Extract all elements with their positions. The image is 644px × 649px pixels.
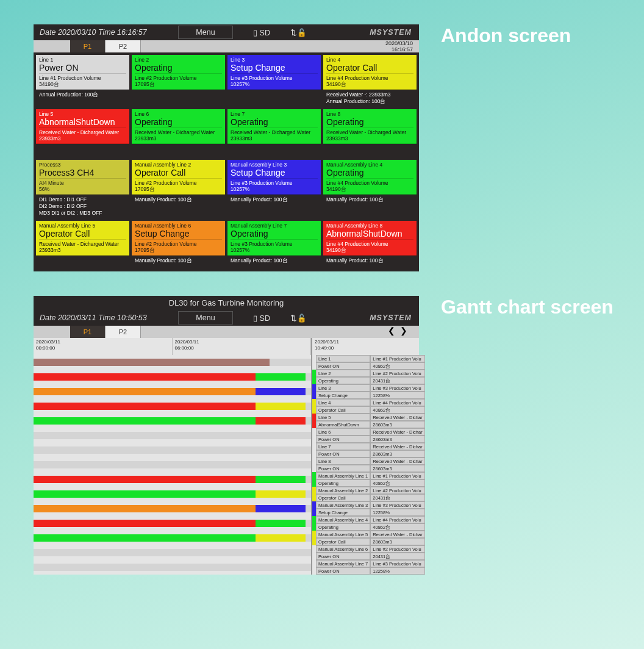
panel-state: Power ON [316,567,370,575]
gantt-panel-row: Line 3Setup ChangeLine #3 Production Vol… [312,384,425,399]
gantt-prev-button[interactable]: ❮ [388,326,395,335]
gantt-sd-icon[interactable]: ▯ SD [240,314,283,323]
cell-line: Manual Assembly Line 6 [135,223,222,229]
andon-cell[interactable]: Manual Assembly Line 7OperatingLine #3 P… [227,221,321,269]
cell-line: Line 8 [326,111,413,117]
andon-cell[interactable]: Line 6OperatingReceived Water - Dicharge… [132,109,225,157]
cell-metric-value: 17095台 [135,247,222,253]
cell-info [36,256,129,269]
andon-cell[interactable]: Manual Assembly Line 6Setup ChangeLine #… [132,221,225,269]
lock-icon[interactable]: ⇅🔓 [283,28,313,37]
cell-metric-label: Received Water - Dicharged Water [39,129,126,135]
panel-value: 40862台 [370,362,424,370]
gantt-panel-row: Line 2OperatingLine #2 Production Volu20… [312,370,425,384]
andon-cell[interactable]: Line 1Power ONLine #1 Production Volume3… [36,55,129,107]
cell-status: AbnormalShutDown [326,229,413,240]
andon-cell[interactable]: Line 2OperatingLine #2 Production Volume… [132,55,225,107]
cell-metric-label: Received Water - Dicharged Water [135,129,222,135]
andon-card: Manual Assembly Line 5Operator CallRecei… [36,221,129,256]
gantt-topbar: Date 2020/03/11 Time 10:50:53 Menu ▯ SD … [34,310,419,326]
gantt-panel-column: 2020/03/1110:49:00 Line 1Power ONLine #1… [311,338,425,575]
gantt-segment [34,359,270,366]
cell-status: Operating [231,117,318,128]
gantt-time-axis: 2020/03/1100:00:00 2020/03/1106:00:00 [34,338,311,355]
panel-value: 28603m3 [370,421,424,428]
gantt-segment [256,534,306,542]
gantt-segment [34,520,256,527]
gantt-tab-p2[interactable]: P2 [106,326,141,338]
sd-icon[interactable]: ▯ SD [240,28,283,37]
andon-cell[interactable]: Manual Assembly Line 4OperatingLine #4 P… [323,160,417,218]
panel-value: 12258% [370,392,424,399]
cell-status: Operating [326,168,413,179]
cell-metric-value: 10257% [231,81,318,87]
cell-line: Line 1 [39,57,126,63]
gantt-segment [34,490,256,498]
cell-line: Manual Assembly Line 2 [135,162,222,168]
andon-cell[interactable]: Manual Assembly Line 3Setup ChangeLine #… [227,160,321,218]
gantt-segment [256,476,306,483]
panel-meta-label: Line #3 Production Volu [370,560,424,567]
cell-status: AbnormalShutDown [39,117,126,128]
cell-line: Manual Assembly Line 8 [326,223,413,229]
cell-status: Operator Call [326,63,413,74]
gantt-next-button[interactable]: ❯ [400,326,407,335]
cell-metric-value: 56% [39,186,126,192]
panel-state: Setup Change [316,509,370,516]
panel-value: 12258% [370,567,424,575]
cell-info [323,144,417,157]
brand-logo: MSYSTEM [313,28,419,37]
gantt-menu-button[interactable]: Menu [178,311,233,324]
panel-line-label: Line 2 [316,370,370,377]
panel-meta-label: Line #2 Production Volu [370,487,424,494]
gantt-screen: DL30 for Gas Turbine Monitoring Date 202… [34,296,419,575]
andon-cell[interactable]: Line 5AbnormalShutDownReceived Water - D… [36,109,129,157]
gantt-lock-icon[interactable]: ⇅🔓 [283,314,313,323]
andon-card: Manual Assembly Line 6Setup ChangeLine #… [132,221,225,256]
andon-menu-button[interactable]: Menu [178,26,233,39]
andon-cell[interactable]: Process3Process3 CH4AI4 Minute56%DI1 Dem… [36,160,129,218]
andon-cell[interactable]: Manual Assembly Line 2Operator CallLine … [132,160,225,218]
cell-status: Setup Change [231,63,318,74]
gantt-tab-p1[interactable]: P1 [70,326,106,338]
gantt-panel-row: Line 4Operator CallLine #4 Production Vo… [312,399,425,414]
gantt-brand-logo: MSYSTEM [313,314,419,322]
tab-p2[interactable]: P2 [106,40,141,52]
andon-card: Manual Assembly Line 7OperatingLine #3 P… [227,221,321,256]
cell-status: Operating [231,229,318,240]
panel-state: Operator Call [316,494,370,501]
gantt-panel-row: Manual Assembly Line 3Setup ChangeLine #… [312,501,425,516]
panel-line-label: Manual Assembly Line 5 [316,531,370,538]
panel-line-label: Manual Assembly Line 1 [316,472,370,479]
cell-metric-value: 10257% [231,186,318,192]
panel-line-label: Line 3 [316,384,370,392]
andon-card: Manual Assembly Line 3Setup ChangeLine #… [227,160,321,195]
andon-cell[interactable]: Manual Assembly Line 5Operator CallRecei… [36,221,129,269]
gantt-bar-row [34,531,311,545]
andon-cell[interactable]: Line 4Operator CallLine #4 Production Vo… [323,55,417,107]
gantt-panel-row: Manual Assembly Line 2Operator CallLine … [312,487,425,501]
andon-cell[interactable]: Manual Assembly Line 8AbnormalShutDownLi… [323,221,417,269]
gantt-segment [256,505,306,512]
panel-value: 20431台 [370,553,424,560]
cell-metric-label: Received Water - Dicharged Water [231,129,318,135]
cell-info: Annual Production: 100台 [36,90,129,103]
panel-meta-label: Received Water - Dichar [370,443,424,450]
cell-metric-value: 23933m3 [326,135,413,142]
gantt-bar-row [34,443,311,457]
gantt-bar-row [34,560,311,575]
andon-card: Line 5AbnormalShutDownReceived Water - D… [36,109,129,144]
panel-meta-label: Line #3 Production Volu [370,501,424,509]
andon-cell[interactable]: Line 7OperatingReceived Water - Dicharge… [227,109,321,157]
panel-value: 20431台 [370,377,424,384]
cell-info: DI1 Demo : DI1 OFFDI2 Demo : DI2 OFFMD3 … [36,195,129,218]
panel-state: Power ON [316,450,370,457]
andon-cell[interactable]: Line 8OperatingReceived Water - Dicharge… [323,109,417,157]
andon-card: Manual Assembly Line 4OperatingLine #4 P… [323,160,417,195]
andon-cell[interactable]: Line 3Setup ChangeLine #3 Production Vol… [227,55,321,107]
tab-p1[interactable]: P1 [70,40,106,52]
panel-meta-label: Line #4 Production Volu [370,399,424,406]
cell-info: Manually Product: 100台 [227,195,321,208]
cell-metric-label: Line #3 Production Volume [231,241,318,247]
cell-info: Received Water -: 23933m3Annual Producti… [323,90,417,107]
